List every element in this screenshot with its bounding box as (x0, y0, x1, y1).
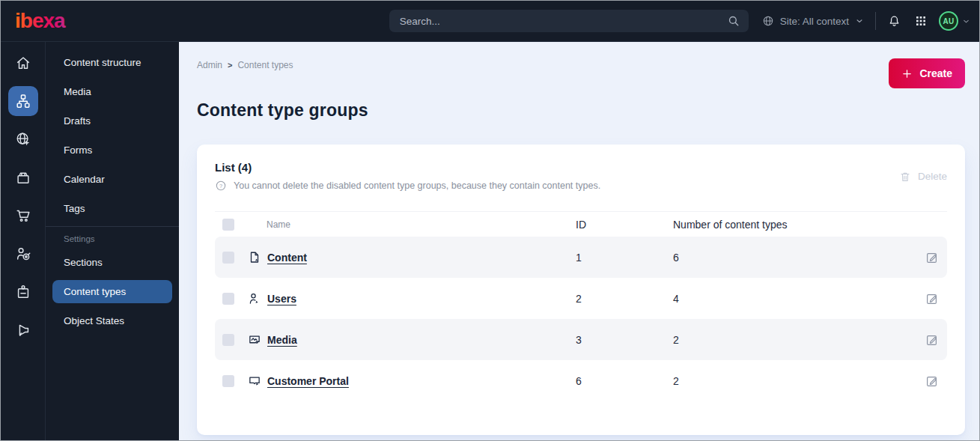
trash-icon (899, 171, 911, 183)
sidebar-menu: Content structure Media Drafts Forms Cal… (46, 42, 179, 440)
main-content: Admin > Content types Create Content typ… (179, 42, 979, 440)
content-structure-icon (15, 93, 31, 109)
group-id: 2 (568, 293, 666, 305)
search-icon[interactable] (727, 14, 740, 28)
ibexa-logo[interactable]: ibexa (14, 7, 180, 34)
home-icon (15, 55, 31, 71)
site-context-selector[interactable]: Site: All context (762, 15, 864, 27)
avatar[interactable]: AU (939, 11, 958, 31)
group-link-customer-portal[interactable]: Customer Portal (267, 375, 349, 387)
sidebar-item-drafts[interactable]: Drafts (52, 109, 172, 133)
user-menu[interactable]: AU (939, 11, 970, 31)
media-image-icon (248, 333, 261, 347)
column-header-name: Name (248, 219, 568, 230)
page-title: Content type groups (197, 100, 965, 121)
group-id: 1 (568, 252, 666, 264)
group-count: 6 (666, 252, 917, 264)
table-row: Media 3 2 (215, 319, 947, 360)
topbar-divider (875, 12, 876, 30)
help-circle-icon: ? (215, 180, 227, 192)
row-checkbox[interactable] (222, 252, 234, 264)
sidebar-item-forms[interactable]: Forms (52, 139, 172, 162)
plus-icon (901, 68, 913, 79)
row-checkbox[interactable] (222, 293, 234, 305)
delete-button[interactable]: Delete (899, 171, 947, 183)
breadcrumb-item-admin[interactable]: Admin (197, 60, 222, 70)
chevron-down-icon (855, 16, 864, 25)
search-input[interactable] (389, 10, 749, 32)
create-button[interactable]: Create (889, 58, 965, 88)
group-id: 6 (568, 375, 666, 387)
customer-segments-icon (15, 246, 31, 262)
rail-item-campaigns[interactable] (8, 315, 38, 345)
rail-item-site[interactable] (8, 124, 38, 154)
content-type-groups-table: Name ID Number of content types (215, 211, 947, 401)
rail-item-home[interactable] (8, 48, 38, 78)
bell-icon (887, 14, 901, 28)
group-count: 4 (666, 293, 917, 305)
users-person-icon (248, 292, 261, 305)
rail-item-customers[interactable] (8, 239, 38, 269)
breadcrumb: Admin > Content types (197, 58, 293, 70)
group-link-media[interactable]: Media (267, 334, 297, 346)
sidebar-item-object-states[interactable]: Object States (52, 309, 172, 332)
sidebar-item-calendar[interactable]: Calendar (52, 168, 172, 191)
group-id: 3 (568, 334, 666, 346)
sidebar-item-content-structure[interactable]: Content structure (52, 51, 172, 74)
edit-button[interactable] (917, 292, 947, 305)
group-link-content[interactable]: Content (267, 252, 307, 264)
edit-button[interactable] (917, 333, 947, 347)
globe-icon (762, 15, 774, 27)
row-checkbox[interactable] (222, 375, 234, 387)
product-catalog-icon (15, 169, 31, 186)
company-badge-icon (15, 284, 31, 300)
group-count: 2 (666, 334, 917, 346)
column-header-count: Number of content types (666, 219, 917, 231)
table-row: Content 1 6 (215, 237, 947, 278)
table-row: Customer Portal 6 2 (215, 360, 947, 401)
edit-icon (925, 251, 939, 264)
rail-item-content[interactable] (8, 86, 38, 116)
sidebar-item-tags[interactable]: Tags (52, 197, 172, 220)
edit-button[interactable] (917, 251, 947, 264)
column-header-id: ID (568, 219, 666, 231)
sidebar-item-content-types[interactable]: Content types (52, 280, 172, 303)
svg-text:?: ? (219, 183, 222, 189)
edit-icon (925, 333, 939, 347)
content-type-groups-card: List (4) ? You cannot delete the disable… (197, 145, 965, 435)
apps-grid-icon (915, 15, 927, 27)
select-all-checkbox[interactable] (222, 219, 234, 231)
campaign-megaphone-icon (15, 322, 31, 338)
sidebar-item-media[interactable]: Media (52, 80, 172, 103)
row-checkbox[interactable] (222, 334, 234, 346)
list-title: List (4) (215, 161, 600, 174)
customer-portal-monitor-icon (248, 374, 261, 388)
notifications-button[interactable] (887, 14, 901, 28)
breadcrumb-separator: > (228, 61, 232, 70)
topbar: ibexa Site: All context (1, 1, 979, 42)
commerce-cart-icon (15, 207, 31, 224)
rail-item-product-catalog[interactable] (8, 162, 38, 192)
apps-menu-button[interactable] (915, 15, 927, 27)
info-message: ? You cannot delete the disabled content… (215, 180, 600, 192)
table-header-row: Name ID Number of content types (215, 211, 947, 237)
breadcrumb-item-content-types: Content types (237, 60, 293, 70)
group-count: 2 (666, 375, 917, 387)
menu-divider (46, 226, 179, 227)
topbar-controls: Site: All context AU (762, 11, 970, 31)
app-window: ibexa Site: All context (0, 0, 980, 441)
table-row: Users 2 4 (215, 278, 947, 319)
edit-icon (925, 374, 939, 388)
icon-rail (1, 42, 46, 440)
search-bar (389, 10, 749, 32)
sidebar-item-sections[interactable]: Sections (52, 251, 172, 274)
svg-text:ibexa: ibexa (15, 9, 66, 32)
edit-icon (925, 292, 939, 305)
rail-item-commerce[interactable] (8, 201, 38, 231)
rail-item-corporate[interactable] (8, 277, 38, 307)
chevron-down-icon (962, 17, 970, 25)
edit-button[interactable] (917, 374, 947, 388)
group-link-users[interactable]: Users (267, 293, 296, 305)
content-file-icon (248, 251, 261, 264)
settings-section-label: Settings (52, 234, 172, 251)
